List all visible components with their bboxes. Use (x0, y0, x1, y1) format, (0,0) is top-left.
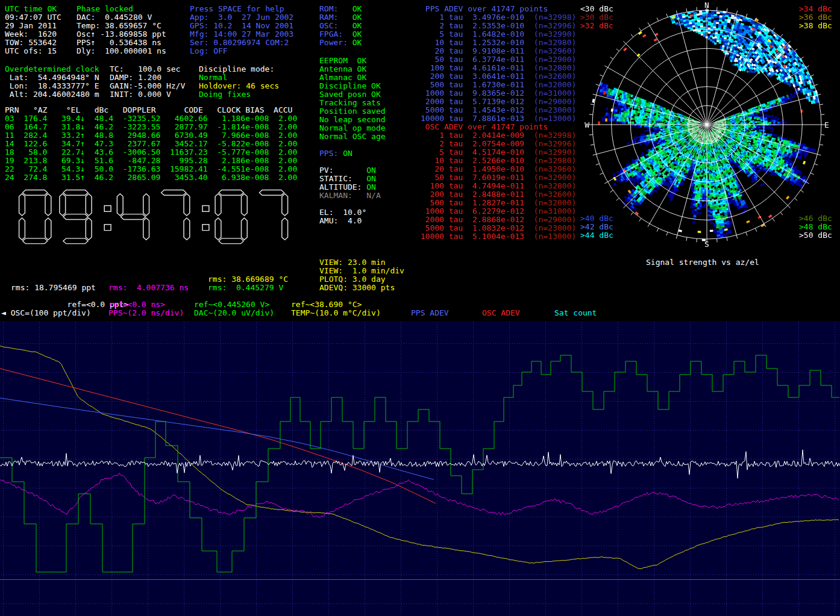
legend-pps-adev-line: PPS ADEV (411, 309, 449, 317)
dbc-legend-top-right-line: >34 dBc (799, 5, 832, 13)
view-info-line: PLOTQ: 3.0 day (319, 275, 404, 284)
pps-adev-table-line: 5 tau 1.6482e-010 (n=32990) (421, 30, 576, 39)
receiver-flags-line: ALTITUDE: ON (319, 183, 381, 191)
osc-adev-table-line: 2000 tau 2.8868e-012 (n=29000) (421, 216, 576, 224)
receiver-mode-line: Overdetermined clock (5, 65, 99, 73)
big-clock (18, 189, 295, 248)
osc-adev-table-line: 10000 tau 5.1004e-013 (n=13000) (421, 232, 576, 241)
history-plot (0, 321, 840, 616)
elevation-mask-line: AMU: 4.0 (319, 217, 366, 225)
rms-temp: rms: 38.669689 °C (208, 275, 288, 284)
pps-adev-table-line: 20 tau 9.9108e-011 (n=32960) (421, 47, 576, 55)
pps-adev-table-line: 2 tau 2.5353e-010 (n=32996) (421, 22, 576, 30)
ref-scale-temp: ref~<38.690 °C>TEMP~(10.0 m°C/div) (291, 300, 381, 317)
satellite-table-line: 18 58.0 22.7↓ 43.6 -3006.50 11637.23 -5.… (5, 148, 297, 157)
pps-adev-table: PPS ADEV over 41747 points 1 tau 3.4976e… (421, 5, 576, 123)
ref-scale-dac-line: ref~<0.445260 V> (194, 300, 274, 309)
osc-adev-table-line: 200 tau 2.8488e-011 (n=32600) (421, 190, 576, 199)
view-info-line: VIEW: 23.0 min (319, 258, 404, 267)
osc-adev-table-line: 5 tau 4.5174e-010 (n=32990) (421, 148, 576, 157)
osc-adev-table-line: 100 tau 4.7494e-011 (n=32800) (421, 182, 576, 190)
pps-adev-table-line: PPS ADEV over 41747 points (421, 5, 576, 13)
dbc-legend-bottom-right-line: >48 dBc (799, 223, 832, 231)
satellite-table: PRN °AZ °EL dBc DOPPLER CODE CLOCK BIAS … (5, 106, 297, 182)
hardware-status-line: FPGA: OK (319, 30, 362, 39)
dbc-legend-top-right: >34 dBc>36 dBc>38 dBc (799, 5, 832, 30)
dbc-legend-bottom-left-line: >42 dBc (580, 223, 613, 231)
discipline-params-line: DAMP: 1.200 (110, 73, 185, 82)
gps-status-list-line: Tracking sats (319, 99, 386, 107)
satellite-table-line: 11 282.4 33.2↑ 48.8 2948.66 6730.49 7.96… (5, 131, 297, 140)
ref-scale-pps-line: PPS~(2.0 ns/div) (108, 309, 184, 317)
heather-monitor-screen: UTC time OK09:47:07 UTC29 Jan 2011Week: … (0, 0, 840, 616)
dbc-legend-top-left-line: >30 dBc (580, 13, 613, 22)
osc-adev-table-line: 1000 tau 6.2279e-012 (n=31000) (421, 207, 576, 216)
oscillator-status-line: DAC: 0.445280 V (77, 13, 166, 22)
oscillator-status-line: Osc↑ -13.869858 ppt (77, 30, 166, 39)
polar-satellite-map (581, 0, 832, 250)
ref-scale-dac-line: DAC~(20.0 uV/div) (194, 309, 274, 317)
pps-adev-table-line: 50 tau 6.3774e-011 (n=32900) (421, 55, 576, 64)
ref-scale-pps-line: ref=<0.0 ns> (108, 300, 184, 309)
rms-temp-line: rms: 38.669689 °C (208, 275, 288, 284)
gps-status-list-line: Almanac OK (319, 73, 386, 82)
gps-status-list-line: Antenna OK (319, 65, 386, 73)
version-info: Press SPACE for helpApp: 3.0 27 Jun 2002… (190, 5, 293, 55)
receiver-mode-line: Lon: 18.4333777° E (5, 82, 99, 90)
gps-status-list-line: EEPROM OK (319, 57, 386, 65)
version-info-line: Log: OFF (190, 47, 293, 55)
elevation-mask-line: EL: 10.0° (319, 208, 366, 217)
satellite-table-line: 22 72.4 54.3↓ 50.0 -1736.63 15982.41 -4.… (5, 165, 297, 173)
view-info-line: VIEW: 1.0 min/div (319, 267, 404, 275)
discipline-params: TC: 100.0 secDAMP: 1.200GAIN:-5.000 Hz/V… (110, 65, 185, 99)
version-info-line: App: 3.0 27 Jun 2002 (190, 13, 293, 22)
receiver-mode: Overdetermined clock Lat: 54.4964948° N … (5, 65, 99, 99)
dbc-legend-bottom-left: >40 dBc>42 dBc>44 dBc (580, 214, 613, 240)
receiver-flags-line: KALMAN: N/A (319, 191, 381, 200)
hardware-status-line: ROM: OK (319, 5, 362, 13)
gps-status-list-line: Saved posn OK (319, 90, 386, 99)
gps-status-list-line: Position saved (319, 107, 386, 116)
osc-adev-table: OSC ADEV over 41747 points 1 tau 2.0414e… (421, 123, 576, 241)
view-info: VIEW: 23.0 minVIEW: 1.0 min/divPLOTQ: 3.… (319, 258, 404, 292)
utc-status-line: 29 Jan 2011 (5, 22, 61, 30)
legend-osc-adev-line: OSC ADEV (482, 309, 520, 317)
gps-status-list-line: Normal OSC age (319, 132, 386, 141)
oscillator-status-line: PPS↑ 0.536438 ns (77, 39, 166, 47)
discipline-params-line: TC: 100.0 sec (110, 65, 185, 73)
dbc-legend-top-left-line: >32 dBc (580, 22, 613, 30)
osc-adev-table-line: 10 tau 2.5266e-010 (n=32980) (421, 157, 576, 165)
discipline-mode: Discipline mode:NormalHoldover: 46 secsD… (199, 65, 279, 99)
osc-adev-table-line: 500 tau 1.2827e-011 (n=32000) (421, 199, 576, 207)
hardware-status-line: RAM: OK (319, 13, 362, 22)
rms-pps-line: rms: 4.007736 ns (108, 284, 189, 292)
pps-adev-table-line: 2000 tau 5.7139e-012 (n=29000) (421, 98, 576, 106)
oscillator-status: Phase lockedDAC: 0.445280 VTemp: 38.6596… (77, 5, 166, 55)
rms-pps: rms: 4.007736 ns (108, 284, 189, 292)
ref-scale-dac: ref~<0.445260 V>DAC~(20.0 uV/div) (194, 300, 274, 317)
hardware-status: ROM: OKRAM: OKOSC: OKFPGA: OKPower: OK (319, 5, 362, 47)
dbc-legend-bottom-right-line: >50 dBc (799, 231, 832, 240)
pps-state-line: PPS: ON (319, 149, 353, 158)
ref-scale-temp-line: TEMP~(10.0 m°C/div) (291, 309, 381, 317)
ref-scale-temp-line: ref~<38.690 °C> (291, 300, 381, 309)
rms-osc-line: rms: 18.795469 ppt (11, 284, 96, 292)
version-info-line: Ser: 0.80296974 COM:2 (190, 39, 293, 47)
utc-status-line: UTC time OK (5, 5, 61, 13)
hardware-status-line: Power: OK (319, 39, 362, 47)
dbc-legend-bottom-left-line: >40 dBc (580, 214, 613, 223)
osc-adev-table-line: 2 tau 2.0754e-009 (n=32996) (421, 140, 576, 148)
osc-adev-table-line: 5000 tau 1.0832e-012 (n=23000) (421, 224, 576, 232)
dbc-legend-bottom-right: >46 dBc>48 dBc>50 dBc (799, 214, 832, 240)
discipline-mode-line: Holdover: 46 secs (199, 82, 279, 90)
pps-adev-table-line: 1000 tau 9.8365e-012 (n=31000) (421, 89, 576, 98)
pps-adev-table-line: 100 tau 4.6161e-011 (n=32800) (421, 64, 576, 72)
osc-adev-table-line: OSC ADEV over 41747 points (421, 123, 576, 131)
osc-adev-table-line: 1 tau 2.0414e-009 (n=32998) (421, 131, 576, 140)
utc-status-line: Week: 1620 (5, 30, 61, 39)
dbc-legend-bottom-right-line: >46 dBc (799, 214, 832, 223)
pps-state: PPS: ON (319, 149, 353, 158)
discipline-mode-line: Discipline mode: (199, 65, 279, 73)
ref-scale-pps: ref=<0.0 ns>PPS~(2.0 ns/div) (108, 300, 184, 317)
utc-status: UTC time OK09:47:07 UTC29 Jan 2011Week: … (5, 5, 61, 55)
